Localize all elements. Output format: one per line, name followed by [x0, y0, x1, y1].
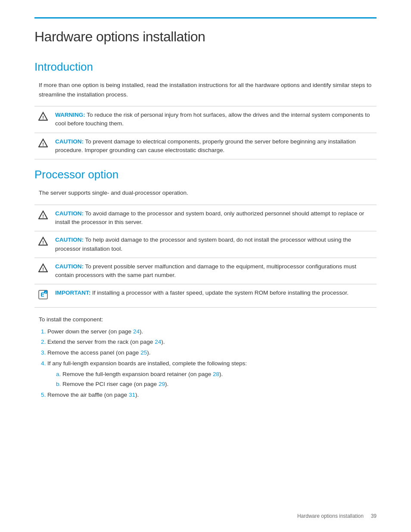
processor-caution-body-1: To avoid damage to the processor and sys…	[55, 210, 364, 225]
step-4-text: If any full-length expansion boards are …	[47, 360, 247, 367]
processor-notices: ! CAUTION: To avoid damage to the proces…	[34, 205, 377, 308]
svg-text:!: !	[42, 214, 44, 219]
step-1: Power down the server (on page 24).	[47, 327, 377, 337]
substep-a-link[interactable]: 28	[213, 371, 219, 377]
svg-text:!: !	[42, 115, 44, 120]
processor-caution-label-1: CAUTION:	[55, 210, 84, 217]
top-border	[34, 17, 377, 19]
warning-row: ! WARNING: To reduce the risk of persona…	[34, 106, 377, 133]
step-5: Remove the air baffle (on page 31).	[47, 390, 377, 400]
processor-caution-label-2: CAUTION:	[55, 236, 84, 243]
install-steps: Power down the server (on page 24). Exte…	[47, 327, 377, 401]
processor-caution-body-2: To help avoid damage to the processor an…	[55, 236, 351, 252]
warning-icon-cell: !	[34, 106, 52, 133]
caution-label-1: CAUTION:	[55, 138, 84, 145]
caution-icon-cell-1: !	[34, 133, 52, 159]
step-3: Remove the access panel (on page 25).	[47, 348, 377, 358]
footer-text: Hardware options installation	[297, 513, 364, 519]
step-5-text: Remove the air baffle (on page 31).	[47, 392, 139, 398]
svg-text:!: !	[42, 240, 44, 245]
processor-important-text: IMPORTANT: If installing a processor wit…	[52, 284, 377, 307]
caution-row-1: ! CAUTION: To prevent damage to electric…	[34, 133, 377, 159]
processor-caution-icon-3: !	[34, 258, 52, 284]
substep-a-text: Remove the full-length expansion board r…	[62, 371, 223, 377]
step-2-link[interactable]: 24	[155, 339, 161, 345]
substep-b: Remove the PCI riser cage (on page 29).	[56, 380, 377, 389]
processor-important-icon-cell: ✓	[34, 284, 52, 307]
processor-caution-icon-2: !	[34, 231, 52, 258]
processor-important-label: IMPORTANT:	[55, 289, 90, 296]
step-2-text: Extend the server from the rack (on page…	[47, 339, 165, 345]
processor-important-row: ✓ IMPORTANT: If installing a processor w…	[34, 284, 377, 307]
processor-caution-row-2: ! CAUTION: To help avoid damage to the p…	[34, 231, 377, 258]
footer-page: 39	[371, 513, 377, 519]
important-icon: ✓	[38, 295, 48, 301]
processor-caution-text-3: CAUTION: To prevent possible server malf…	[52, 258, 377, 284]
processor-caution-text-1: CAUTION: To avoid damage to the processo…	[52, 205, 377, 231]
processor-caution-text-2: CAUTION: To help avoid damage to the pro…	[52, 231, 377, 258]
warning-triangle-icon: !	[38, 116, 48, 122]
step-1-link[interactable]: 24	[133, 328, 140, 335]
introduction-notices: ! WARNING: To reduce the risk of persona…	[34, 106, 377, 159]
warning-text: To reduce the risk of personal injury fr…	[55, 112, 370, 127]
processor-caution-triangle-2: !	[38, 241, 48, 247]
svg-text:!: !	[42, 267, 44, 272]
svg-text:!: !	[42, 142, 44, 147]
processor-title: Processor option	[34, 168, 377, 181]
processor-important-body: If installing a processor with a faster …	[92, 289, 349, 296]
caution-text-1: To prevent damage to electrical componen…	[55, 138, 356, 153]
substep-b-text: Remove the PCI riser cage (on page 29).	[62, 381, 168, 387]
warning-label: WARNING:	[55, 112, 85, 118]
introduction-title: Introduction	[34, 60, 377, 74]
processor-caution-row-1: ! CAUTION: To avoid damage to the proces…	[34, 205, 377, 231]
caution-text-cell-1: CAUTION: To prevent damage to electrical…	[52, 133, 377, 159]
caution-triangle-icon-1: !	[38, 143, 48, 149]
introduction-body: If more than one option is being install…	[39, 81, 377, 99]
processor-caution-triangle-1: !	[38, 215, 48, 221]
step-4: If any full-length expansion boards are …	[47, 359, 377, 389]
page: Hardware options installation Introducti…	[0, 0, 411, 532]
substep-a: Remove the full-length expansion board r…	[56, 370, 377, 380]
page-title: Hardware options installation	[34, 29, 377, 45]
to-install-label: To install the component:	[39, 316, 377, 323]
processor-caution-icon-1: !	[34, 205, 52, 231]
page-footer: Hardware options installation 39	[297, 513, 377, 519]
processor-caution-triangle-3: !	[38, 268, 48, 274]
step-3-text: Remove the access panel (on page 25).	[47, 349, 150, 356]
processor-caution-body-3: To prevent possible server malfunction a…	[55, 263, 356, 278]
processor-caution-row-3: ! CAUTION: To prevent possible server ma…	[34, 258, 377, 284]
sub-steps: Remove the full-length expansion board r…	[56, 370, 377, 389]
step-1-text: Power down the server (on page 24).	[47, 328, 143, 335]
svg-text:✓: ✓	[44, 291, 47, 294]
step-2: Extend the server from the rack (on page…	[47, 337, 377, 347]
substep-b-link[interactable]: 29	[159, 381, 165, 387]
step-3-link[interactable]: 25	[140, 349, 147, 356]
processor-caution-label-3: CAUTION:	[55, 263, 84, 270]
processor-intro: The server supports single- and dual-pro…	[39, 188, 377, 198]
warning-text-cell: WARNING: To reduce the risk of personal …	[52, 106, 377, 133]
step-5-link[interactable]: 31	[129, 392, 135, 398]
